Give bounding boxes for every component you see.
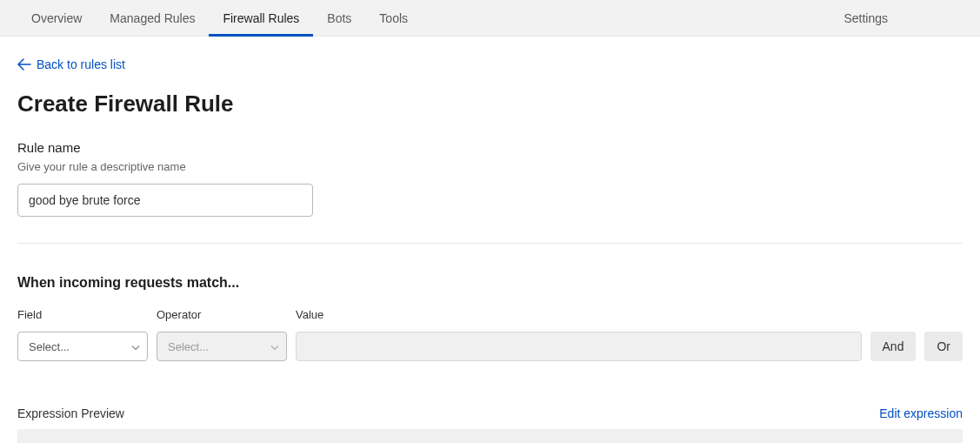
top-tab-bar: Overview Managed Rules Firewall Rules Bo…: [0, 0, 980, 37]
chevron-down-icon: [270, 340, 279, 353]
tab-bots[interactable]: Bots: [313, 0, 365, 36]
field-label: Field: [17, 308, 148, 321]
operator-select-value: Select...: [168, 340, 209, 353]
field-select-value: Select...: [29, 340, 70, 353]
match-heading: When incoming requests match...: [17, 275, 963, 291]
rule-name-label: Rule name: [17, 140, 963, 155]
value-column: Value: [296, 308, 862, 361]
tab-firewall-rules[interactable]: Firewall Rules: [209, 0, 313, 36]
page-title: Create Firewall Rule: [17, 91, 963, 117]
chevron-down-icon: [131, 340, 140, 353]
edit-expression-link[interactable]: Edit expression: [879, 406, 963, 420]
rule-name-input[interactable]: [17, 184, 313, 217]
tab-tools[interactable]: Tools: [365, 0, 422, 36]
tab-group-right: Settings: [830, 0, 902, 36]
rule-name-help: Give your rule a descriptive name: [17, 160, 963, 173]
value-label: Value: [296, 308, 862, 321]
operator-column: Operator Select...: [157, 308, 287, 361]
operator-select[interactable]: Select...: [157, 332, 287, 361]
operator-label: Operator: [157, 308, 287, 321]
back-to-rules-link[interactable]: Back to rules list: [17, 57, 125, 71]
expression-preview-label: Expression Preview: [17, 406, 124, 420]
arrow-left-icon: [17, 58, 31, 70]
and-button[interactable]: And: [870, 332, 917, 361]
back-link-text: Back to rules list: [37, 57, 125, 71]
or-button[interactable]: Or: [924, 332, 963, 361]
tab-overview[interactable]: Overview: [17, 0, 96, 36]
field-column: Field Select...: [17, 308, 148, 361]
tab-group-left: Overview Managed Rules Firewall Rules Bo…: [17, 0, 422, 36]
expression-header-row: Expression Preview Edit expression: [17, 406, 963, 420]
match-rule-row: Field Select... Operator Select... Value…: [17, 308, 963, 361]
expression-preview-box: [17, 429, 963, 443]
page-content: Back to rules list Create Firewall Rule …: [0, 37, 980, 443]
value-input[interactable]: [296, 332, 862, 361]
tab-settings[interactable]: Settings: [830, 0, 902, 36]
divider: [17, 243, 963, 244]
field-select[interactable]: Select...: [17, 332, 148, 361]
tab-managed-rules[interactable]: Managed Rules: [96, 0, 209, 36]
